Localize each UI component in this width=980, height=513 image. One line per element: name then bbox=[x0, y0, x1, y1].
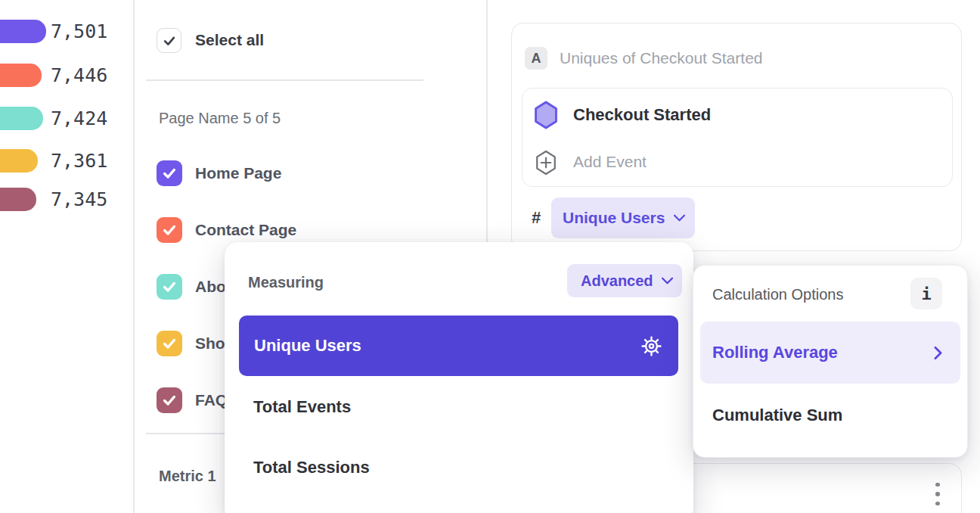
checkbox-label: FAQ bbox=[195, 387, 228, 413]
check-icon bbox=[162, 33, 177, 48]
check-icon bbox=[161, 335, 178, 352]
chart-bar-value: 7,446 bbox=[51, 64, 107, 87]
chevron-down-icon bbox=[674, 214, 685, 222]
menu-item-total-events[interactable]: Total Events bbox=[253, 396, 351, 418]
checkbox-shop-page[interactable] bbox=[157, 331, 182, 356]
info-icon[interactable]: i bbox=[910, 278, 942, 309]
calculation-options-title: Calculation Options bbox=[712, 284, 843, 304]
chart-bar[interactable] bbox=[0, 149, 38, 173]
measure-type-symbol: # bbox=[532, 207, 541, 229]
menu-item-label: Unique Users bbox=[254, 336, 361, 356]
gear-icon[interactable] bbox=[641, 336, 662, 356]
menu-item-label: Rolling Average bbox=[712, 343, 838, 362]
checkbox-label: Sho bbox=[195, 331, 225, 356]
advanced-dropdown-label: Advanced bbox=[581, 272, 653, 290]
measure-dropdown-button[interactable]: Unique Users bbox=[551, 197, 695, 238]
chart-bar[interactable] bbox=[0, 188, 36, 211]
hexagon-icon[interactable] bbox=[533, 101, 559, 129]
section-divider bbox=[146, 79, 423, 81]
checkbox-label: Contact Page bbox=[195, 217, 296, 243]
chevron-down-icon bbox=[662, 277, 673, 284]
chart-bar[interactable] bbox=[0, 107, 43, 130]
chart-bar-value: 7,345 bbox=[51, 188, 107, 211]
chevron-right-icon bbox=[934, 347, 942, 359]
metric-footer-label: Metric 1 bbox=[159, 468, 216, 485]
checkbox-contact-page[interactable] bbox=[157, 217, 182, 243]
menu-item-total-sessions[interactable]: Total Sessions bbox=[253, 456, 370, 479]
checkbox-label: Home Page bbox=[195, 160, 281, 186]
chart-bar-value: 7,361 bbox=[51, 149, 107, 173]
add-event-button[interactable]: Add Event bbox=[573, 151, 647, 173]
menu-item-rolling-average[interactable]: Rolling Average bbox=[700, 322, 960, 384]
check-icon bbox=[161, 222, 178, 238]
menu-item-unique-users[interactable]: Unique Users bbox=[239, 316, 678, 376]
checkbox-about-page[interactable] bbox=[157, 274, 182, 300]
event-name[interactable]: Checkout Started bbox=[573, 104, 711, 126]
series-name-input[interactable]: Uniques of Checkout Started bbox=[560, 47, 763, 70]
group-by-label: Page Name 5 of 5 bbox=[159, 110, 281, 127]
plus-hexagon-icon[interactable] bbox=[534, 150, 558, 176]
measuring-menu-title: Measuring bbox=[248, 272, 324, 292]
chart-bar-value: 7,501 bbox=[51, 20, 107, 43]
select-all-checkbox[interactable] bbox=[157, 28, 181, 53]
checkbox-home-page[interactable] bbox=[157, 160, 182, 186]
kebab-menu-icon[interactable] bbox=[930, 480, 945, 508]
check-icon bbox=[161, 278, 178, 295]
analytics-screen: 7,501 7,446 7,424 7,361 7,345 Select all… bbox=[0, 0, 980, 513]
advanced-dropdown-button[interactable]: Advanced bbox=[567, 264, 682, 297]
series-badge: A bbox=[525, 47, 547, 70]
checkbox-faq-page[interactable] bbox=[157, 387, 182, 413]
panel-divider bbox=[133, 0, 135, 513]
measure-dropdown-label: Unique Users bbox=[563, 209, 665, 227]
check-icon bbox=[161, 165, 178, 182]
measuring-menu: Measuring Advanced Unique Users bbox=[225, 242, 693, 513]
chart-bar-value: 7,424 bbox=[51, 107, 107, 130]
select-all-label: Select all bbox=[195, 27, 264, 53]
chart-bar[interactable] bbox=[0, 64, 42, 87]
menu-item-cumulative-sum[interactable]: Cumulative Sum bbox=[712, 404, 842, 427]
chart-bar[interactable] bbox=[0, 20, 46, 43]
checkbox-label: Abo bbox=[195, 274, 226, 300]
check-icon bbox=[161, 392, 178, 409]
calculation-options-menu: Calculation Options i Rolling Average Cu… bbox=[693, 265, 968, 458]
